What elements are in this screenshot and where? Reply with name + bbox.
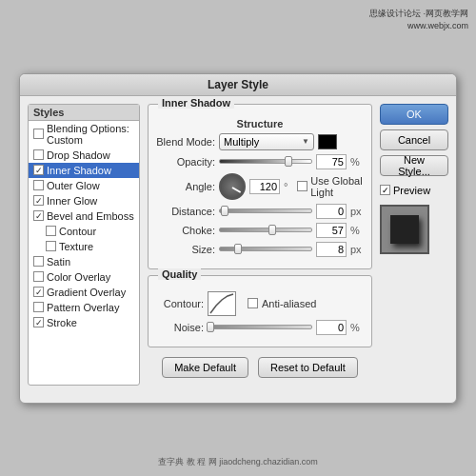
contour-preview[interactable]	[208, 291, 236, 316]
sidebar-item-contour[interactable]: Contour	[29, 224, 139, 239]
sidebar-item-drop-shadow[interactable]: Drop Shadow	[29, 148, 139, 163]
section-title-inner-shadow: Inner Shadow	[158, 97, 234, 109]
checkbox-blending	[33, 129, 44, 139]
structure-subtitle: Structure	[156, 118, 364, 129]
checkbox-texture	[46, 241, 56, 251]
angle-input[interactable]	[249, 179, 280, 194]
opacity-label: Opacity:	[156, 156, 215, 168]
noise-thumb[interactable]	[207, 322, 214, 332]
anti-aliased-checkbox[interactable]	[248, 298, 258, 308]
ok-button[interactable]: OK	[380, 104, 448, 125]
opacity-unit: %	[350, 156, 364, 168]
watermark-bottom: 查字典 教 程 网 jiaodcheng.chazidian.com	[0, 456, 476, 468]
checkbox-gradient-overlay: ✓	[33, 287, 44, 297]
checkbox-bevel-emboss: ✓	[33, 210, 44, 221]
distance-label: Distance:	[156, 206, 215, 217]
layer-style-dialog: Layer Style Styles Blending Options: Cus…	[19, 73, 457, 404]
size-slider[interactable]	[219, 247, 312, 251]
checkbox-drop-shadow	[33, 149, 44, 160]
size-unit: px	[350, 244, 364, 255]
checkbox-pattern-overlay	[33, 302, 44, 312]
sidebar-item-pattern-overlay[interactable]: Pattern Overlay	[29, 300, 139, 315]
noise-input[interactable]	[316, 320, 347, 335]
opacity-row: Opacity: %	[156, 154, 364, 169]
sidebar-item-inner-glow[interactable]: ✓ Inner Glow	[29, 193, 139, 208]
choke-input[interactable]	[316, 223, 347, 238]
checkbox-color-overlay	[33, 271, 44, 282]
preview-box	[380, 205, 429, 254]
section-title-quality: Quality	[158, 268, 201, 280]
sidebar-item-blending[interactable]: Blending Options: Custom	[29, 121, 139, 148]
noise-label: Noise:	[156, 322, 204, 333]
distance-unit: px	[350, 206, 364, 217]
sidebar-item-outer-glow[interactable]: Outer Glow	[29, 178, 139, 193]
sidebar-item-stroke[interactable]: ✓ Stroke	[29, 315, 139, 330]
opacity-slider[interactable]	[219, 159, 312, 164]
choke-thumb[interactable]	[268, 225, 276, 235]
sidebar-item-bevel-emboss[interactable]: ✓ Bevel and Emboss	[29, 208, 139, 224]
preview-checkbox[interactable]: ✓	[380, 185, 390, 195]
checkbox-inner-glow: ✓	[33, 195, 44, 206]
sidebar-item-color-overlay[interactable]: Color Overlay	[29, 269, 139, 285]
checkbox-satin	[33, 256, 44, 267]
cancel-button[interactable]: Cancel	[380, 129, 448, 150]
anti-aliased-label: Anti-aliased	[262, 298, 316, 309]
distance-slider[interactable]	[219, 208, 312, 213]
reset-default-button[interactable]: Reset to Default	[258, 357, 358, 378]
noise-slider[interactable]	[208, 325, 312, 329]
new-style-button[interactable]: New Style...	[380, 155, 448, 176]
quality-section: Quality Contour: Anti-aliased	[148, 275, 372, 347]
right-panel: OK Cancel New Style... ✓ Preview	[380, 104, 448, 386]
blend-mode-label: Blend Mode:	[156, 136, 215, 148]
size-thumb[interactable]	[234, 244, 242, 254]
distance-input[interactable]	[316, 204, 347, 219]
choke-unit: %	[350, 225, 364, 236]
size-label: Size:	[156, 244, 215, 255]
sidebar-item-inner-shadow[interactable]: ✓ Inner Shadow	[29, 163, 139, 178]
noise-unit: %	[350, 322, 364, 333]
choke-row: Choke: %	[156, 223, 364, 238]
preview-thumbnail	[390, 215, 419, 244]
angle-label: Angle:	[156, 181, 215, 192]
checkbox-contour	[46, 226, 56, 236]
checkbox-outer-glow	[33, 180, 44, 190]
blend-mode-select[interactable]: Multiply ▼	[219, 133, 314, 150]
blend-mode-row: Blend Mode: Multiply ▼	[156, 133, 364, 150]
preview-row: ✓ Preview	[380, 185, 448, 196]
inner-shadow-section: Inner Shadow Structure Blend Mode: Multi…	[148, 104, 372, 269]
choke-label: Choke:	[156, 225, 215, 236]
styles-sidebar: Styles Blending Options: Custom Drop Sha…	[28, 104, 140, 386]
sidebar-header: Styles	[29, 105, 139, 121]
select-arrow-icon: ▼	[302, 137, 309, 146]
checkbox-stroke: ✓	[33, 317, 44, 327]
angle-row: Angle: ° Use Global Light	[156, 173, 364, 200]
blend-color-swatch[interactable]	[318, 134, 337, 149]
preview-label: Preview	[393, 185, 430, 196]
global-light-checkbox[interactable]	[297, 181, 307, 191]
noise-row: Noise: %	[156, 320, 364, 335]
bottom-buttons: Make Default Reset to Default	[148, 353, 372, 386]
sidebar-item-texture[interactable]: Texture	[29, 239, 139, 254]
opacity-input[interactable]	[316, 154, 347, 169]
size-row: Size: px	[156, 242, 364, 257]
sidebar-item-satin[interactable]: Satin	[29, 254, 139, 269]
dialog-title: Layer Style	[20, 74, 456, 96]
contour-row: Contour: Anti-aliased	[156, 291, 364, 316]
global-light-row: Use Global Light	[297, 175, 364, 198]
choke-slider[interactable]	[219, 228, 312, 232]
distance-row: Distance: px	[156, 204, 364, 219]
opacity-thumb[interactable]	[285, 156, 292, 167]
sidebar-item-gradient-overlay[interactable]: ✓ Gradient Overlay	[29, 285, 139, 300]
angle-unit: °	[284, 181, 293, 192]
angle-dial[interactable]	[219, 173, 246, 200]
size-input[interactable]	[316, 242, 347, 257]
main-content: Inner Shadow Structure Blend Mode: Multi…	[148, 104, 372, 386]
checkbox-inner-shadow: ✓	[33, 165, 44, 175]
contour-label: Contour:	[156, 298, 204, 309]
distance-thumb[interactable]	[221, 206, 228, 216]
make-default-button[interactable]: Make Default	[162, 357, 248, 378]
watermark-top: 思缘设计论坛 ·网页教学网 www.webjx.com	[369, 8, 468, 31]
